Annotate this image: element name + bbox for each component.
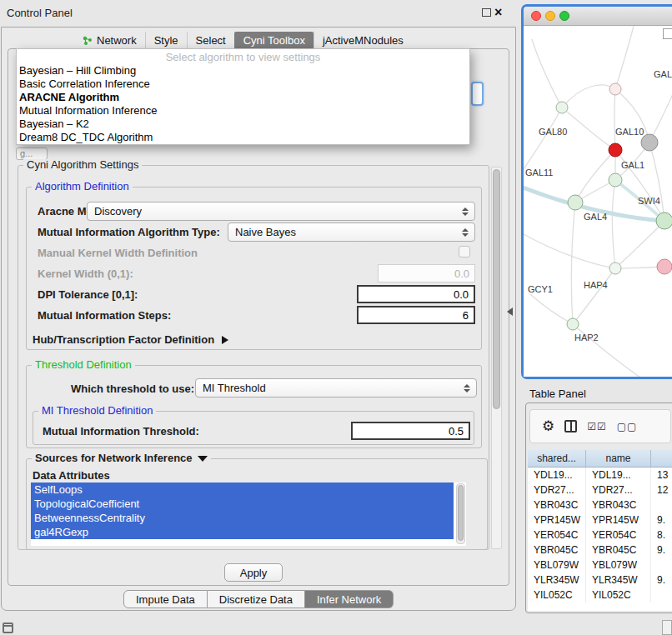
combo-focus-fragment[interactable] [471, 82, 484, 106]
tab-strip: Network Style Select Cyni Toolbox jActiv… [73, 32, 412, 49]
scrollbar-thumb[interactable] [493, 169, 500, 409]
attribute-list-item[interactable]: TopologicalCoefficient [31, 497, 454, 511]
network-node[interactable] [656, 212, 672, 229]
network-node-label: GAL [654, 69, 672, 79]
zoom-traffic-light-icon[interactable] [559, 11, 569, 21]
aracne-mode-select[interactable]: Discovery [87, 202, 475, 221]
panel-dock-icon[interactable] [3, 622, 13, 633]
manual-kernel-width-checkbox[interactable] [459, 246, 470, 258]
mi-threshold-input[interactable]: 0.5 [351, 422, 470, 440]
close-traffic-light-icon[interactable] [531, 11, 541, 21]
network-node[interactable] [609, 83, 621, 95]
columns-icon[interactable] [564, 420, 577, 432]
table-row[interactable]: YDL19...YDL19...13 [528, 468, 672, 482]
column-header[interactable]: name [586, 450, 651, 467]
network-node[interactable] [609, 262, 621, 274]
table-header: shared... name [528, 450, 672, 468]
attribute-list-item[interactable]: SelfLoops [31, 482, 454, 497]
network-node[interactable] [556, 102, 568, 113]
desktop: Control Panel × Network Style Select Cyn… [0, 0, 672, 635]
chevron-up-down-icon [460, 223, 470, 241]
tab-select[interactable]: Select [187, 32, 234, 49]
close-icon[interactable]: × [494, 4, 502, 21]
network-canvas[interactable]: GALGAL80GAL10GAL11GAL1SWI4GAL4GCY1HAP4HA… [524, 26, 672, 377]
network-node[interactable] [609, 143, 622, 157]
which-threshold-label: Which threshold to use: [71, 382, 194, 396]
network-window-titlebar[interactable] [524, 7, 672, 26]
manual-kernel-label: Manual Kernel Width Definition [38, 247, 198, 260]
table-panel-window: ⚙ ☑☑ ▢▢ shared... name YDL19...YDL19...1… [525, 402, 672, 613]
algorithm-popup-item[interactable]: Mutual Information Inference [17, 104, 469, 118]
tab-label: jActiveMNodules [323, 34, 404, 47]
network-node[interactable] [657, 259, 672, 274]
sources-section-toggle[interactable]: Sources for Network Inference [32, 452, 211, 465]
select-all-checkboxes-icon[interactable]: ☑☑ [587, 421, 607, 432]
table-cell [651, 588, 672, 602]
gear-icon[interactable]: ⚙ [542, 419, 554, 433]
group-title-algorithm-definition: Algorithm Definition [32, 181, 133, 192]
network-node[interactable] [609, 173, 622, 187]
chevron-up-down-icon [462, 379, 472, 397]
algorithm-popup-item[interactable]: Dream8 DC_TDC Algorithm [17, 131, 469, 144]
data-attributes-list[interactable]: SelfLoopsTopologicalCoefficientBetweenne… [31, 482, 466, 546]
which-threshold-select[interactable]: MI Threshold [195, 378, 477, 398]
network-view-window: GALGAL80GAL10GAL11GAL1SWI4GAL4GCY1HAP4HA… [521, 4, 672, 379]
scrollbar-thumb[interactable] [458, 485, 464, 541]
table-cell: 9. [651, 572, 672, 588]
float-window-icon[interactable] [482, 8, 491, 17]
window-title: Control Panel [7, 7, 73, 19]
mi-type-select[interactable]: Naive Bayes [228, 222, 475, 242]
table-cell: YER054C [528, 528, 586, 542]
table-row[interactable]: YBR045CYBR045C9. [528, 542, 672, 558]
group-title-settings: Cyni Algorithm Settings [23, 159, 142, 171]
table-row[interactable]: YLR345WYLR345W9. [528, 572, 672, 588]
table-cell: YER054C [586, 528, 651, 542]
mi-steps-input[interactable]: 6 [357, 306, 475, 324]
table-row[interactable]: YIL052CYIL052C [528, 588, 672, 602]
attribute-list-item[interactable]: gal4RGexp [31, 525, 454, 539]
table-row[interactable]: YER054CYER054C8. [528, 528, 672, 542]
deselect-all-checkboxes-icon[interactable]: ▢▢ [617, 421, 638, 432]
tab-cyni-toolbox[interactable]: Cyni Toolbox [234, 32, 313, 49]
network-node[interactable] [568, 195, 583, 210]
tab-style[interactable]: Style [145, 32, 187, 49]
field-value: 0.0 [454, 288, 469, 301]
algorithm-popup-item[interactable]: Bayesian – Hill Climbing [17, 64, 469, 78]
hub-section-toggle[interactable]: Hub/Transcription Factor Definition [33, 333, 228, 347]
algorithm-popup-item[interactable]: ARACNE Algorithm [17, 91, 469, 104]
dpi-tolerance-label: DPI Tolerance [0,1]: [38, 288, 138, 302]
chevron-right-icon [222, 336, 228, 344]
collapse-left-icon[interactable] [507, 308, 513, 316]
control-panel-body: Network Style Select Cyni Toolbox jActiv… [1, 27, 516, 611]
table-row[interactable]: YDR27...YDR27...12 [528, 482, 672, 498]
kernel-width-input[interactable]: 0.0 [378, 264, 475, 282]
table-cell [651, 498, 672, 512]
column-header[interactable]: shared... [528, 450, 586, 467]
field-value: 0.0 [454, 268, 469, 280]
network-node-label: HAP4 [584, 280, 608, 290]
mi-threshold-label: Mutual Information Threshold: [43, 425, 199, 438]
algorithm-popup-item[interactable]: Bayesian – K2 [17, 118, 469, 131]
network-node-label: GAL1 [621, 160, 644, 170]
tab-jactivemnodules[interactable]: jActiveMNodules [313, 32, 412, 49]
table-row[interactable]: YBR043CYBR043C [528, 498, 672, 512]
tab-impute-data[interactable]: Impute Data [123, 590, 208, 608]
group-title-mi-threshold: MI Threshold Definition [38, 405, 156, 417]
combo-value: Naive Bayes [235, 226, 296, 238]
network-node[interactable] [641, 134, 658, 151]
minimize-traffic-light-icon[interactable] [545, 11, 555, 21]
column-header[interactable] [651, 450, 672, 467]
table-row[interactable]: YBL079WYBL079W [528, 558, 672, 572]
tab-discretize-data[interactable]: Discretize Data [208, 590, 305, 608]
tab-infer-network[interactable]: Infer Network [305, 590, 394, 608]
table-row[interactable]: YPR145WYPR145W9. [528, 512, 672, 528]
tab-network[interactable]: Network [73, 32, 145, 49]
dpi-tolerance-input[interactable]: 0.0 [357, 285, 475, 303]
network-node[interactable] [567, 318, 579, 330]
attribute-list-item[interactable]: BetweennessCentrality [31, 511, 454, 525]
settings-scrollbar[interactable] [491, 167, 502, 549]
attributes-scrollbar[interactable] [456, 483, 465, 544]
algorithm-popup-item[interactable]: Basic Correlation Inference [17, 78, 469, 91]
table-body: YDL19...YDL19...13YDR27...YDR27...12YBR0… [528, 468, 672, 602]
apply-button[interactable]: Apply [224, 563, 283, 582]
